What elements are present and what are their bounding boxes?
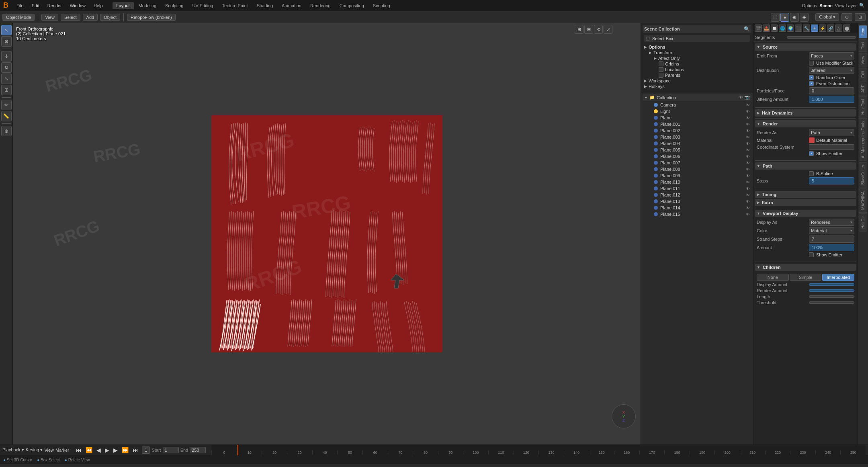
collection-item-6[interactable]: Plane.004👁 xyxy=(643,140,751,147)
output-icon[interactable]: 📤 xyxy=(763,25,770,32)
side-tab-tool[interactable]: Tool xyxy=(859,39,867,52)
random-order-checkbox[interactable] xyxy=(809,75,814,80)
collection-item-17[interactable]: Plane.015👁 xyxy=(643,211,751,217)
end-frame-input[interactable] xyxy=(190,447,206,453)
render-as-select[interactable]: Path ▾ xyxy=(809,129,854,136)
extra-header[interactable]: ▶ Extra xyxy=(755,199,856,206)
menu-help[interactable]: Help xyxy=(90,2,106,9)
transform-option[interactable]: ▶ Transform xyxy=(649,50,750,55)
render-icon[interactable]: 🎬 xyxy=(755,25,762,32)
tool-measure[interactable]: 📏 xyxy=(1,111,12,121)
select-menu[interactable]: Select xyxy=(61,14,80,21)
children-header[interactable]: ▼ Children xyxy=(755,264,856,271)
modifier-icon[interactable]: 🔧 xyxy=(803,25,810,32)
side-tab-blastcutter[interactable]: BlastCutter xyxy=(859,162,867,187)
proportional-edit[interactable]: ⊙ xyxy=(841,13,852,21)
object-icon[interactable]: ⬛ xyxy=(795,25,802,32)
tab-shading[interactable]: Shading xyxy=(253,2,277,9)
show-emitter-vp-checkbox[interactable] xyxy=(809,252,814,257)
collection-item-10[interactable]: Plane.008👁 xyxy=(643,166,751,172)
threshold-value[interactable] xyxy=(809,301,854,304)
shading-wireframe[interactable]: ⬚ xyxy=(771,13,780,22)
nav-btn-1[interactable]: ⊞ xyxy=(575,25,583,34)
menu-render[interactable]: Render xyxy=(44,2,65,9)
menu-window[interactable]: Window xyxy=(67,2,89,9)
tool-annotate[interactable]: ✏ xyxy=(1,100,12,110)
viewport[interactable]: Front Orthographic (2) Collection | Plan… xyxy=(13,23,641,444)
view-menu[interactable]: View xyxy=(41,14,58,21)
display-as-select[interactable]: Rendered ▾ xyxy=(809,219,854,226)
coordinate-system-bar[interactable] xyxy=(809,144,854,150)
distribution-select[interactable]: Jittered ▾ xyxy=(809,67,854,74)
next-keyframe-btn[interactable]: ⏩ xyxy=(121,447,130,453)
render-amount-value[interactable] xyxy=(809,289,854,292)
search-icon[interactable]: 🔍 xyxy=(859,3,865,8)
tab-layout[interactable]: Layout xyxy=(113,2,134,9)
jump-end-btn[interactable]: ⏭ xyxy=(131,447,139,453)
material-icon[interactable]: ⬤ xyxy=(843,25,850,32)
prev-keyframe-btn[interactable]: ⏪ xyxy=(84,447,94,453)
side-tab-item[interactable]: Item xyxy=(859,25,867,38)
modifier-stack-checkbox[interactable] xyxy=(809,61,814,66)
children-tab-none[interactable]: None xyxy=(757,274,789,281)
collection-item-15[interactable]: Plane.013👁 xyxy=(643,198,751,205)
scene-icon[interactable]: 🌐 xyxy=(779,25,786,32)
nav-btn-2[interactable]: ⊟ xyxy=(584,25,593,34)
collection-item-9[interactable]: Plane.007👁 xyxy=(643,160,751,166)
add-menu[interactable]: Add xyxy=(83,14,98,21)
jittering-amount-value[interactable]: 1.000 xyxy=(809,96,854,103)
shading-rendered[interactable]: ◈ xyxy=(800,13,809,22)
side-tab-edit[interactable]: Edit xyxy=(859,68,867,80)
collection-item-2[interactable]: Plane👁 xyxy=(643,115,751,121)
options-header[interactable]: ▶ Options xyxy=(644,45,750,49)
emit-from-select[interactable]: Faces ▾ xyxy=(809,52,854,59)
tab-scripting[interactable]: Scripting xyxy=(369,2,394,9)
children-tab-interpolated[interactable]: Interpolated xyxy=(822,274,854,281)
timeline-ruler[interactable]: 0 10 20 30 40 50 60 70 80 90 100 110 120… xyxy=(211,445,866,455)
parents-checkbox[interactable] xyxy=(659,73,663,78)
affect-only-option[interactable]: ▶ Affect Only xyxy=(649,56,750,61)
viewport-gizmo[interactable]: X Y Z xyxy=(612,404,636,428)
tab-modeling[interactable]: Modeling xyxy=(135,2,161,9)
menu-file[interactable]: File xyxy=(13,2,27,9)
constraint-icon[interactable]: 🔗 xyxy=(827,25,834,32)
locations-checkbox[interactable] xyxy=(659,67,663,72)
children-tab-simple[interactable]: Simple xyxy=(790,274,822,281)
collection-item-8[interactable]: Plane.006👁 xyxy=(643,153,751,160)
collection-item-14[interactable]: Plane.012👁 xyxy=(643,192,751,198)
marker-label[interactable]: Marker xyxy=(55,448,69,453)
viewport-canvas[interactable]: RRCG RRCG RRCG xyxy=(13,23,641,444)
next-frame-btn[interactable]: ▶ xyxy=(112,447,119,453)
collection-item-7[interactable]: Plane.005👁 xyxy=(643,147,751,153)
length-value[interactable] xyxy=(809,295,854,298)
collection-item-5[interactable]: Plane.003👁 xyxy=(643,134,751,140)
side-tab-view[interactable]: View xyxy=(859,53,867,68)
view-layer-icon[interactable]: 🔲 xyxy=(771,25,778,32)
keying-label[interactable]: Keying ▾ xyxy=(26,447,43,453)
segments-value[interactable] xyxy=(787,36,856,39)
nav-btn-4[interactable]: ⤢ xyxy=(604,25,612,34)
menu-edit[interactable]: Edit xyxy=(29,2,43,9)
collection-item-3[interactable]: Plane.001👁 xyxy=(643,121,751,127)
collection-item-11[interactable]: Plane.009👁 xyxy=(643,172,751,179)
collection-item-13[interactable]: Plane.011👁 xyxy=(643,185,751,192)
timing-header[interactable]: ▶ Timing xyxy=(755,191,856,198)
view-label-timeline[interactable]: View xyxy=(44,448,54,453)
world-icon[interactable]: 🌍 xyxy=(787,25,794,32)
collection-item-0[interactable]: Camera👁 xyxy=(643,102,751,108)
render-header[interactable]: ▼ Render xyxy=(755,120,856,127)
hair-dynamics-header[interactable]: ▶ Hair Dynamics xyxy=(755,109,856,117)
tool-scale[interactable]: ⤡ xyxy=(1,74,12,84)
retopoflow-btn[interactable]: RetopoFlow (broken) xyxy=(127,14,176,21)
object-mode-selector[interactable]: Object Mode xyxy=(2,14,35,21)
steps-value[interactable]: 5 xyxy=(809,177,854,184)
nav-btn-3[interactable]: ⟲ xyxy=(594,25,603,34)
tool-move[interactable]: ✛ xyxy=(1,51,12,61)
show-emitter-checkbox[interactable] xyxy=(809,151,814,156)
collection-item-1[interactable]: Light👁 xyxy=(643,108,751,115)
data-icon[interactable]: △ xyxy=(835,25,842,32)
side-tab-machina[interactable]: MACHINA xyxy=(859,188,867,213)
tool-select[interactable]: ↖ xyxy=(1,25,12,35)
physics-icon[interactable]: ⚡ xyxy=(819,25,826,32)
origins-checkbox[interactable] xyxy=(659,61,663,66)
